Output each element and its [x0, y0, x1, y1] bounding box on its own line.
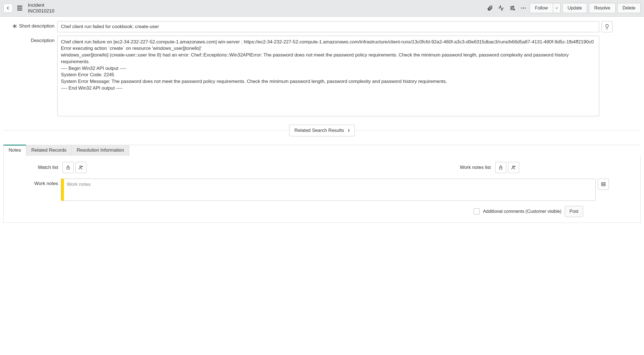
update-button[interactable]: Update: [562, 3, 587, 13]
description-textarea[interactable]: [57, 36, 599, 116]
tab-related-records[interactable]: Related Records: [26, 145, 72, 156]
attachment-button[interactable]: [485, 3, 495, 13]
resolve-button[interactable]: Resolve: [589, 3, 616, 13]
related-search-label: Related Search Results: [294, 128, 344, 133]
work-notes-list-lock-button[interactable]: [495, 162, 506, 173]
follow-dropdown-button[interactable]: [553, 3, 561, 13]
additional-comments-checkbox[interactable]: [474, 208, 480, 215]
watch-list-col: Watch list: [5, 162, 319, 173]
additional-comments-label: Additional comments (Customer visible): [483, 209, 561, 214]
topbar-actions: Follow Update Resolve Delete: [485, 3, 641, 13]
delete-button[interactable]: Delete: [617, 3, 641, 13]
post-button[interactable]: Post: [565, 206, 583, 217]
work-notes-list-col: Work notes list: [325, 162, 639, 173]
back-button[interactable]: [3, 3, 13, 13]
svg-rect-10: [601, 183, 605, 184]
follow-button[interactable]: Follow: [530, 3, 553, 13]
hamburger-icon: [16, 5, 23, 11]
suggestion-button[interactable]: [601, 21, 613, 32]
svg-point-4: [523, 8, 524, 9]
work-notes-textarea[interactable]: [61, 179, 596, 201]
description-row: Description: [2, 36, 642, 116]
work-notes-label: Work notes: [34, 181, 58, 186]
svg-rect-11: [601, 184, 605, 186]
watch-list-lock-button[interactable]: [63, 162, 74, 173]
record-number: INC0010210: [28, 8, 54, 14]
lock-icon: [66, 165, 70, 170]
svg-point-5: [525, 8, 526, 9]
watch-list-add-me-button[interactable]: [75, 162, 86, 173]
more-horizontal-icon: [520, 5, 526, 11]
svg-point-3: [521, 8, 522, 9]
work-notes-list-add-me-button[interactable]: [508, 162, 519, 173]
activity-icon: [498, 5, 504, 11]
lock-icon: [499, 165, 503, 170]
sliders-icon: [509, 5, 515, 11]
svg-point-9: [512, 166, 514, 167]
tabs-container: Notes Related Records Resolution Informa…: [3, 145, 641, 223]
svg-point-2: [514, 9, 515, 10]
related-search-button[interactable]: Related Search Results: [289, 125, 355, 136]
lightbulb-icon: [605, 24, 609, 29]
svg-point-7: [80, 166, 81, 167]
form-content: Short description Description Related Se…: [0, 17, 644, 227]
settings-button[interactable]: [507, 3, 517, 13]
work-notes-row: Work notes: [5, 179, 639, 201]
follow-split-button: Follow: [530, 3, 561, 13]
list-row: Watch list Work notes list: [5, 162, 639, 173]
notes-panel: Watch list Work notes list: [3, 156, 641, 223]
short-description-row: Short description: [2, 21, 642, 32]
rows-icon: [601, 182, 606, 187]
svg-point-0: [513, 6, 514, 7]
post-row: Additional comments (Customer visible) P…: [5, 206, 639, 217]
svg-point-1: [511, 8, 512, 9]
work-notes-indicator: [61, 179, 64, 201]
chevron-right-icon: [347, 129, 351, 132]
more-button[interactable]: [519, 3, 528, 13]
work-notes-toggle-button[interactable]: [598, 179, 609, 190]
topbar: Incident INC0010210 Follow Update Resolv…: [0, 0, 644, 17]
short-description-input[interactable]: [57, 21, 599, 32]
related-search-divider: Related Search Results: [2, 125, 642, 136]
paperclip-icon: [487, 5, 493, 11]
watch-list-label: Watch list: [5, 165, 61, 170]
required-icon: [12, 24, 17, 29]
tab-resolution-information[interactable]: Resolution Information: [72, 145, 129, 156]
work-notes-list-label: Work notes list: [325, 165, 494, 170]
svg-rect-6: [67, 167, 69, 169]
record-header: Incident INC0010210: [28, 2, 54, 14]
svg-rect-8: [499, 167, 502, 169]
chevron-left-icon: [6, 6, 10, 10]
tab-notes[interactable]: Notes: [3, 145, 26, 156]
menu-button[interactable]: [15, 3, 24, 13]
description-label: Description: [31, 38, 55, 43]
add-person-icon: [511, 165, 516, 170]
record-type: Incident: [28, 2, 54, 8]
activity-button[interactable]: [496, 3, 506, 13]
chevron-down-icon: [555, 7, 558, 9]
tabs: Notes Related Records Resolution Informa…: [3, 145, 641, 156]
add-person-icon: [78, 165, 83, 170]
short-description-label: Short description: [19, 23, 55, 29]
